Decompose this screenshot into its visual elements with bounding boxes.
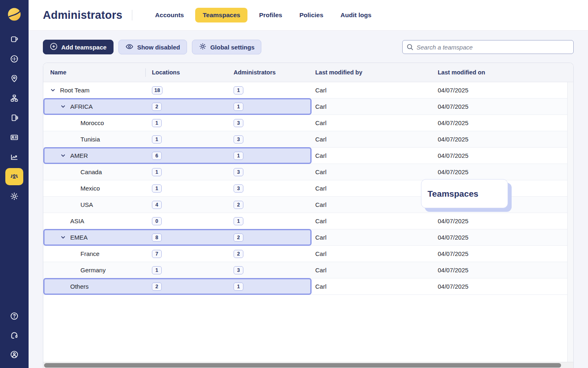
table-row[interactable]: Root Team 18 1 Carl 04/07/2025 (43, 82, 573, 99)
administrators-cell: 2 (227, 201, 309, 209)
locations-count-badge: 1 (152, 135, 162, 144)
chevron-down-icon[interactable] (60, 153, 70, 158)
global-settings-button[interactable]: Global settings (192, 40, 261, 54)
administrators-count-badge: 1 (234, 103, 243, 111)
sidebar-item-machine[interactable] (0, 108, 29, 128)
modified-on-cell: 04/07/2025 (431, 136, 573, 143)
app-window: Administrators AccountsTeamspacesProfile… (0, 0, 588, 368)
name-cell: Germany (43, 267, 145, 274)
column-header-name[interactable]: Name (43, 69, 145, 76)
search-input[interactable] (402, 40, 574, 54)
sidebar-item-gear[interactable] (0, 186, 29, 206)
tab-profiles[interactable]: Profiles (253, 8, 288, 22)
sidebar-item-line-chart[interactable] (0, 147, 29, 167)
horizontal-scrollbar-track[interactable] (43, 362, 573, 368)
administrators-count-badge: 1 (234, 283, 243, 291)
administrators-cell: 1 (227, 152, 309, 160)
horizontal-scrollbar-thumb[interactable] (44, 363, 561, 368)
teamspace-name: AMER (70, 152, 88, 159)
administrators-count-badge: 3 (234, 184, 243, 193)
administrators-count-badge: 2 (234, 233, 243, 242)
sidebar-item-users[interactable] (0, 167, 29, 186)
locations-cell: 0 (145, 217, 227, 225)
column-header-modified-on[interactable]: Last modified on (431, 69, 573, 76)
teamspace-name: Others (70, 283, 89, 290)
sidebar-item-id-card[interactable] (0, 128, 29, 147)
locations-cell: 1 (145, 135, 227, 144)
table-row[interactable]: France 7 2 Carl 04/07/2025 (43, 246, 573, 262)
chevron-down-icon[interactable] (60, 235, 70, 240)
add-teamspace-button[interactable]: Add teamspace (43, 40, 114, 54)
modified-by-cell: Carl (309, 152, 431, 159)
locations-count-badge: 0 (152, 217, 162, 225)
sidebar-item-account[interactable] (0, 345, 29, 364)
vertical-scrollbar-track[interactable] (567, 82, 573, 362)
tab-teamspaces[interactable]: Teamspaces (195, 8, 247, 22)
modified-by-cell: Carl (309, 283, 431, 290)
sidebar-item-help[interactable] (0, 306, 29, 325)
locations-count-badge: 1 (152, 119, 162, 127)
locations-cell: 6 (145, 152, 227, 160)
modified-by-cell: Carl (309, 250, 431, 257)
content-area: Add teamspace Show disabled (29, 31, 588, 368)
table-row[interactable]: Canada 1 3 Carl 04/07/2025 (43, 164, 573, 180)
name-cell: Mexico (43, 185, 145, 192)
column-header-locations[interactable]: Locations (145, 69, 227, 76)
modified-by-cell: Carl (309, 234, 431, 241)
administrators-cell: 3 (227, 135, 309, 144)
chevron-down-icon[interactable] (60, 104, 70, 109)
table-row[interactable]: Others 2 1 Carl 04/07/2025 (43, 278, 573, 295)
table-row[interactable]: Germany 1 3 Carl 04/07/2025 (43, 262, 573, 278)
table-row[interactable]: Tunisia 1 3 Carl 04/07/2025 (43, 131, 573, 148)
gauge-icon (5, 50, 23, 67)
tab-policies[interactable]: Policies (294, 8, 329, 22)
locations-count-badge: 2 (152, 103, 162, 111)
table-row[interactable]: AMER 6 1 Carl 04/07/2025 (43, 148, 573, 164)
teamspace-name: USA (80, 201, 93, 208)
administrators-cell: 1 (227, 86, 309, 94)
table-header: Name Locations Administrators Last modif… (43, 63, 573, 82)
account-icon (5, 346, 23, 363)
name-cell: AFRICA (43, 103, 145, 110)
name-cell: ASIA (43, 218, 145, 224)
sidebar-bottom-nav (0, 306, 29, 364)
show-disabled-button[interactable]: Show disabled (118, 40, 187, 54)
administrators-count-badge: 2 (234, 250, 243, 258)
teamspace-name: Canada (80, 168, 102, 175)
locations-count-badge: 1 (152, 184, 162, 193)
modified-by-cell: Carl (309, 201, 431, 208)
gear-icon (199, 43, 207, 52)
table-row[interactable]: EMEA 8 2 Carl 04/07/2025 (43, 229, 573, 246)
location-pin-icon (5, 70, 23, 87)
modified-on-cell: 04/07/2025 (431, 87, 573, 94)
teamspace-name: EMEA (70, 234, 88, 241)
teamspace-name: Tunisia (80, 136, 100, 143)
teamspace-name: ASIA (70, 218, 84, 224)
sidebar-item-gauge[interactable] (0, 49, 29, 69)
tab-audit-logs[interactable]: Audit logs (335, 8, 377, 22)
locations-cell: 8 (145, 233, 227, 242)
administrators-cell: 1 (227, 217, 309, 225)
chevron-down-icon[interactable] (50, 88, 60, 93)
locations-cell: 1 (145, 266, 227, 274)
sidebar-item-sitemap[interactable] (0, 88, 29, 108)
table-row[interactable]: Morocco 1 3 Carl 04/07/2025 (43, 115, 573, 131)
column-resize-handle[interactable] (145, 68, 146, 77)
column-header-modified-by[interactable]: Last modified by (309, 69, 431, 76)
modified-on-cell: 04/07/2025 (431, 267, 573, 274)
locations-cell: 1 (145, 168, 227, 176)
brand-logo-icon[interactable] (7, 7, 22, 22)
sidebar-item-headset[interactable] (0, 325, 29, 345)
column-header-administrators[interactable]: Administrators (227, 69, 309, 76)
sidebar-item-location-pin[interactable] (0, 69, 29, 88)
sidebar-item-cup[interactable] (0, 29, 29, 49)
locations-cell: 2 (145, 283, 227, 291)
tab-accounts[interactable]: Accounts (149, 8, 190, 22)
locations-count-badge: 2 (152, 283, 162, 291)
table-body: Root Team 18 1 Carl 04/07/2025 AFRICA 2 … (43, 82, 573, 362)
table-row[interactable]: ASIA 0 1 Carl 04/07/2025 (43, 213, 573, 229)
name-cell: Canada (43, 168, 145, 175)
search-icon (406, 43, 414, 52)
table-row[interactable]: AFRICA 2 1 Carl 04/07/2025 (43, 99, 573, 115)
tab-bar: AccountsTeamspacesProfilesPoliciesAudit … (149, 8, 377, 22)
